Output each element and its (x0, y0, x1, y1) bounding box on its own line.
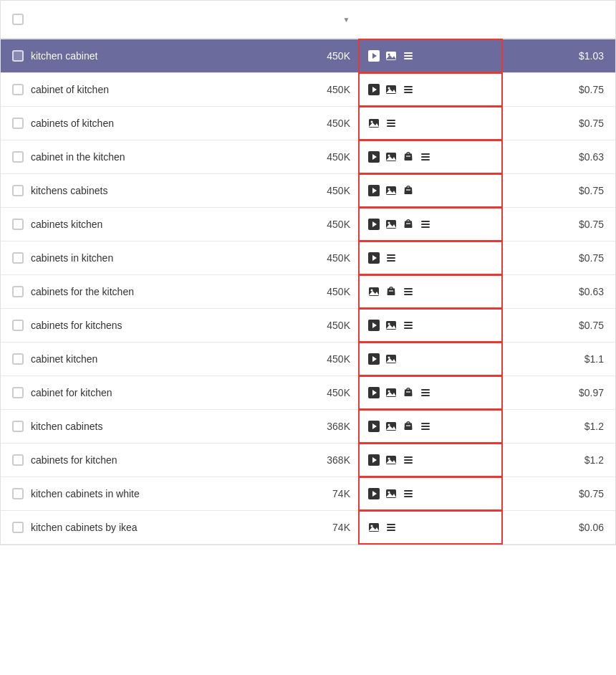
shopping-icon (402, 420, 415, 433)
cpc-cell: $0.75 (502, 209, 615, 240)
image-icon (385, 420, 398, 433)
row-checkbox[interactable] (12, 522, 24, 533)
svg-rect-52 (387, 257, 395, 259)
search-vol-value: 450K (327, 50, 350, 62)
search-vol-value: 450K (327, 185, 350, 196)
cpc-cell: $0.75 (502, 175, 615, 206)
table-row: kitchen cabinet 450K (1, 39, 615, 73)
serp-cell (359, 444, 502, 477)
search-vol-value: 450K (327, 286, 350, 297)
row-checkbox[interactable] (12, 387, 24, 398)
shopping-icon (402, 184, 415, 197)
cpc-value: $0.75 (579, 84, 604, 95)
keyword-cell: cabinet kitchen (1, 343, 266, 375)
row-checkbox[interactable] (12, 286, 24, 297)
row-checkbox[interactable] (12, 320, 24, 331)
keyword-text: cabinet kitchen (31, 353, 97, 365)
image-icon (385, 353, 398, 365)
serp-cell (359, 208, 502, 241)
row-checkbox[interactable] (12, 488, 24, 499)
table-row: cabinet in the kitchen 450K (1, 140, 615, 174)
cpc-value: $0.75 (579, 488, 604, 499)
table-row: cabinets for kitchens 450K (1, 309, 615, 343)
svg-rect-7 (404, 55, 413, 57)
image-icon (367, 285, 380, 298)
cpc-value: $1.1 (584, 353, 604, 365)
serp-cell (359, 376, 502, 409)
keyword-cell: cabinets for kitchens (1, 310, 266, 341)
svg-rect-57 (404, 288, 413, 289)
search-vol-value: 450K (327, 320, 350, 331)
image-icon (385, 218, 398, 231)
serp-cell (359, 241, 502, 274)
keyword-text: cabinets kitchen (31, 219, 102, 230)
table-row: cabinet kitchen 450K $1.1 (1, 343, 615, 376)
row-checkbox[interactable] (12, 50, 24, 62)
svg-rect-21 (387, 120, 395, 121)
video-icon (367, 353, 380, 365)
search-vol-cell: 450K (266, 107, 359, 139)
search-vol-value: 450K (327, 118, 350, 129)
cpc-cell: $1.2 (502, 444, 615, 476)
keyword-text: kitchen cabinets by ikea (31, 522, 138, 533)
serp-cell (359, 107, 502, 140)
keyword-cell: cabinets for the kitchen (1, 276, 266, 307)
svg-rect-16 (404, 89, 413, 90)
row-checkbox[interactable] (12, 421, 24, 432)
shopping-icon (402, 218, 415, 231)
serp-cell (359, 275, 502, 308)
image-icon (385, 150, 398, 163)
keyword-text: kitchen cabinets in white (31, 488, 140, 499)
search-vol-value: 74K (332, 522, 350, 533)
svg-rect-8 (404, 58, 413, 59)
svg-rect-100 (404, 459, 413, 461)
video-icon (367, 49, 380, 62)
image-icon (385, 49, 398, 62)
table-row: cabinets kitchen 450K (1, 208, 615, 241)
lines-icon (402, 49, 415, 62)
video-icon (367, 184, 380, 197)
svg-rect-32 (421, 159, 430, 161)
table-body: kitchen cabinet 450K (1, 39, 615, 545)
search-vol-cell: 450K (266, 242, 359, 274)
shopping-icon (402, 150, 415, 163)
search-vol-cell: 368K (266, 411, 359, 442)
row-checkbox[interactable] (12, 118, 24, 129)
select-all-checkbox[interactable] (12, 14, 24, 25)
row-checkbox[interactable] (12, 84, 24, 95)
row-checkbox[interactable] (12, 353, 24, 365)
table-row: cabinets in kitchen 450K $0.75 (1, 241, 615, 275)
video-icon (367, 454, 380, 466)
video-icon (367, 420, 380, 433)
row-checkbox[interactable] (12, 252, 24, 264)
lines-icon (385, 521, 398, 534)
row-checkbox[interactable] (12, 219, 24, 230)
keyword-cell: kitchen cabinets by ikea (1, 512, 266, 543)
search-vol-cell: 450K (266, 74, 359, 105)
serp-cell (359, 410, 502, 443)
image-icon (367, 521, 380, 534)
search-vol-value: 450K (327, 219, 350, 230)
keyword-cell: cabinets of kitchen (1, 107, 266, 139)
search-vol-value: 74K (332, 488, 350, 499)
svg-rect-58 (404, 291, 413, 292)
sort-icon: ▼ (343, 16, 350, 24)
lines-icon (402, 319, 415, 332)
row-checkbox[interactable] (12, 454, 24, 466)
table-row: kitchen cabinets 368K (1, 410, 615, 444)
image-icon (385, 454, 398, 466)
search-vol-column-header[interactable]: ▼ (266, 8, 359, 31)
serp-cell (359, 343, 502, 375)
row-checkbox[interactable] (12, 151, 24, 163)
keyword-cell: cabinet in the kitchen (1, 141, 266, 173)
row-checkbox[interactable] (12, 185, 24, 196)
table-row: kitchen cabinets by ikea 74K $0.06 (1, 511, 615, 545)
lines-icon (402, 454, 415, 466)
image-icon (385, 386, 398, 399)
svg-rect-59 (404, 294, 413, 295)
cpc-cell: $0.06 (502, 512, 615, 543)
cpc-cell: $0.75 (502, 310, 615, 341)
lines-icon (419, 386, 432, 399)
search-vol-cell: 450K (266, 377, 359, 408)
lines-icon (385, 252, 398, 264)
